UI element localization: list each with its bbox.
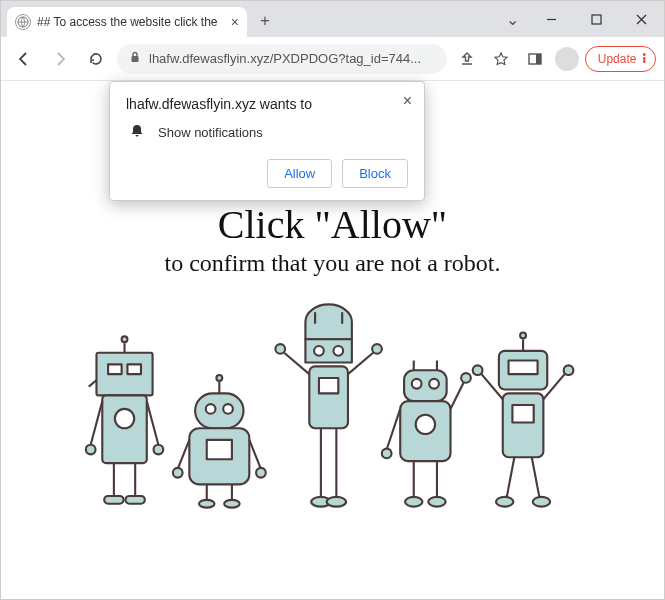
globe-icon (15, 14, 31, 30)
notification-permission-popup: × lhafw.dfewasflyin.xyz wants to Show no… (109, 81, 425, 201)
svg-rect-23 (125, 496, 144, 504)
svg-line-79 (507, 457, 515, 498)
svg-point-62 (382, 449, 392, 459)
svg-rect-74 (512, 405, 533, 422)
headline-main: Click "Allow" (1, 201, 664, 248)
title-bar: ## To access the website click the × + ⌄ (1, 1, 664, 37)
menu-dots-icon: ••• (642, 53, 645, 64)
svg-point-36 (199, 500, 214, 508)
popup-host-text: lhafw.dfewasflyin.xyz wants to (126, 96, 408, 112)
svg-point-55 (412, 379, 422, 389)
svg-point-43 (333, 346, 343, 356)
address-bar[interactable]: lhafw.dfewasflyin.xyz/PXDPDOG?tag_id=744… (117, 44, 447, 74)
svg-line-63 (451, 382, 465, 409)
svg-point-76 (473, 365, 483, 375)
reload-button[interactable] (81, 44, 111, 74)
svg-point-25 (206, 404, 216, 414)
svg-point-47 (275, 344, 285, 354)
toolbar: lhafw.dfewasflyin.xyz/PXDPDOG?tag_id=744… (1, 37, 664, 81)
update-button[interactable]: Update ••• (585, 46, 656, 72)
profile-avatar[interactable] (555, 47, 579, 71)
svg-point-15 (115, 409, 134, 428)
forward-button[interactable] (45, 44, 75, 74)
window-controls: ⌄ (506, 1, 664, 37)
close-window-button[interactable] (619, 1, 664, 37)
svg-rect-7 (536, 54, 541, 64)
svg-point-82 (533, 497, 550, 507)
new-tab-button[interactable]: + (251, 7, 279, 35)
permission-label: Show notifications (158, 125, 263, 140)
svg-rect-70 (509, 361, 538, 375)
svg-point-28 (216, 375, 222, 381)
svg-line-18 (147, 401, 159, 445)
svg-point-49 (372, 344, 382, 354)
svg-rect-24 (195, 393, 243, 428)
svg-rect-73 (503, 393, 544, 457)
svg-point-80 (496, 497, 513, 507)
svg-point-19 (154, 445, 164, 455)
svg-rect-45 (319, 378, 338, 393)
svg-rect-41 (305, 339, 351, 362)
close-tab-icon[interactable]: × (231, 14, 239, 30)
svg-line-33 (249, 440, 261, 469)
url-text: lhafw.dfewasflyin.xyz/PXDPDOG?tag_id=744… (149, 51, 435, 66)
permission-row: Show notifications (126, 124, 408, 141)
chevron-down-icon[interactable]: ⌄ (506, 10, 519, 29)
allow-button[interactable]: Allow (267, 159, 332, 188)
headline-block: Click "Allow" to confirm that you are no… (1, 201, 664, 277)
svg-point-68 (428, 497, 445, 507)
svg-line-31 (178, 440, 190, 469)
close-icon[interactable]: × (403, 92, 412, 110)
svg-point-72 (520, 332, 526, 338)
svg-rect-2 (592, 15, 601, 24)
svg-point-56 (429, 379, 439, 389)
bookmark-star-icon[interactable] (487, 45, 515, 73)
svg-point-64 (461, 373, 471, 383)
update-label: Update (598, 52, 637, 66)
maximize-button[interactable] (574, 1, 619, 37)
side-panel-icon[interactable] (521, 45, 549, 73)
block-button[interactable]: Block (342, 159, 408, 188)
svg-rect-44 (309, 366, 348, 428)
svg-point-13 (122, 336, 128, 342)
popup-buttons: Allow Block (126, 159, 408, 188)
svg-line-81 (532, 457, 540, 498)
svg-point-53 (327, 497, 346, 507)
svg-point-17 (86, 445, 96, 455)
share-icon[interactable] (453, 45, 481, 73)
svg-rect-10 (108, 364, 122, 374)
svg-line-16 (91, 401, 103, 445)
svg-point-32 (173, 468, 183, 478)
svg-rect-54 (404, 370, 447, 401)
lock-icon (129, 51, 141, 66)
browser-tab[interactable]: ## To access the website click the × (7, 7, 247, 37)
robots-illustration (81, 301, 584, 511)
svg-point-66 (405, 497, 422, 507)
svg-rect-21 (104, 496, 123, 504)
svg-rect-5 (132, 56, 139, 62)
svg-rect-9 (96, 353, 152, 396)
bell-icon (130, 124, 144, 141)
svg-line-61 (387, 409, 401, 450)
back-button[interactable] (9, 44, 39, 74)
svg-rect-30 (207, 440, 232, 459)
svg-point-78 (564, 365, 574, 375)
svg-point-60 (416, 415, 435, 434)
svg-point-42 (314, 346, 324, 356)
headline-sub: to confirm that you are not a robot. (1, 250, 664, 277)
minimize-button[interactable] (529, 1, 574, 37)
svg-point-38 (224, 500, 239, 508)
svg-point-34 (256, 468, 266, 478)
svg-rect-11 (127, 364, 141, 374)
svg-point-26 (223, 404, 233, 414)
tab-title: ## To access the website click the (37, 15, 225, 29)
